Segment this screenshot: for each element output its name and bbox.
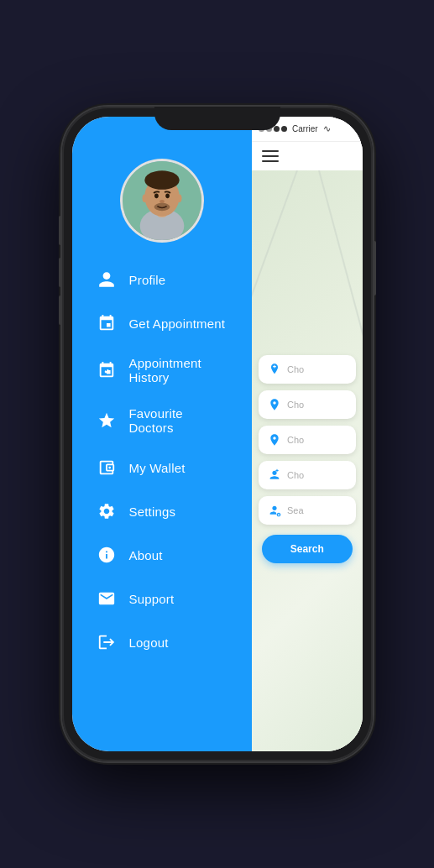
sidebar-item-get-appointment[interactable]: Get Appointment <box>81 301 244 345</box>
svg-point-6 <box>165 194 170 199</box>
sidebar: Profile Get Appointment <box>72 117 253 751</box>
support-label: Support <box>129 592 175 606</box>
svg-point-9 <box>142 194 147 201</box>
sidebar-item-logout[interactable]: Logout <box>81 620 244 664</box>
logout-icon <box>96 631 118 653</box>
notch <box>154 107 280 130</box>
avatar <box>120 159 204 243</box>
hamburger-line-3 <box>262 160 279 162</box>
filter-cards-container: + Cho <box>252 170 362 751</box>
hamburger-button[interactable] <box>262 150 279 162</box>
carrier-text: Carrier <box>292 124 318 133</box>
filter-card-3[interactable]: Cho <box>259 426 355 454</box>
phone-screen: Profile Get Appointment <box>72 117 363 751</box>
sidebar-item-my-wallet[interactable]: My Wallet <box>81 446 244 489</box>
screen-content: Profile Get Appointment <box>72 117 363 751</box>
person-medical-icon <box>267 468 282 483</box>
hamburger-area <box>252 142 362 170</box>
star-icon <box>96 410 118 431</box>
filter-card-5-text: Sea <box>287 505 304 515</box>
right-panel: Carrier ∿ <box>252 117 362 751</box>
signal-dot-3 <box>274 126 280 132</box>
sidebar-item-appointment-history[interactable]: Appointment History <box>81 345 244 395</box>
wallet-icon <box>96 457 118 478</box>
svg-point-10 <box>177 194 182 201</box>
appointment-history-label: Appointment History <box>129 356 229 384</box>
calendar-icon <box>96 312 118 334</box>
calendar-check-icon <box>96 359 118 381</box>
hamburger-line-1 <box>262 150 279 152</box>
about-label: About <box>129 548 163 562</box>
menu-list: Profile Get Appointment <box>72 258 253 664</box>
info-icon <box>96 544 118 566</box>
svg-rect-14 <box>277 469 278 472</box>
filter-card-1[interactable]: + Cho <box>259 355 355 384</box>
location-pin-icon-1 <box>267 397 282 412</box>
svg-point-11 <box>108 467 111 469</box>
sidebar-item-support[interactable]: Support <box>81 577 244 620</box>
map-area: + Cho <box>252 170 362 751</box>
signal-dot-4 <box>281 126 287 132</box>
filter-card-4[interactable]: Cho <box>259 461 355 489</box>
svg-point-8 <box>154 203 170 211</box>
search-button-label: Search <box>290 543 324 555</box>
filter-card-3-text: Cho <box>287 435 304 445</box>
search-button[interactable]: Search <box>262 535 352 563</box>
filter-card-1-text: Cho <box>287 364 304 374</box>
svg-point-5 <box>154 194 159 199</box>
gear-icon <box>96 500 118 522</box>
wifi-icon: ∿ <box>323 123 331 134</box>
location-medical-icon: + <box>267 362 282 377</box>
filter-card-2-text: Cho <box>287 400 304 410</box>
filter-card-5[interactable]: Sea <box>259 496 355 525</box>
svg-point-7 <box>159 200 165 203</box>
sidebar-item-settings[interactable]: Settings <box>81 489 244 533</box>
get-appointment-label: Get Appointment <box>129 316 226 331</box>
settings-label: Settings <box>129 505 176 519</box>
hamburger-line-2 <box>262 155 279 157</box>
favourite-doctors-label: Favourite Doctors <box>129 406 229 435</box>
search-person-icon <box>267 503 282 518</box>
phone-frame: Profile Get Appointment <box>62 107 373 761</box>
my-wallet-label: My Wallet <box>129 461 186 475</box>
filter-card-2[interactable]: Cho <box>259 390 355 419</box>
logout-label: Logout <box>129 635 169 650</box>
mail-icon <box>96 588 118 609</box>
sidebar-item-profile[interactable]: Profile <box>81 258 244 301</box>
filter-card-4-text: Cho <box>287 470 304 480</box>
svg-point-4 <box>144 170 179 190</box>
profile-label: Profile <box>129 273 166 287</box>
location-pin-icon-2 <box>267 432 282 447</box>
person-icon <box>96 269 118 290</box>
sidebar-item-favourite-doctors[interactable]: Favourite Doctors <box>81 395 244 446</box>
sidebar-item-about[interactable]: About <box>81 533 244 577</box>
